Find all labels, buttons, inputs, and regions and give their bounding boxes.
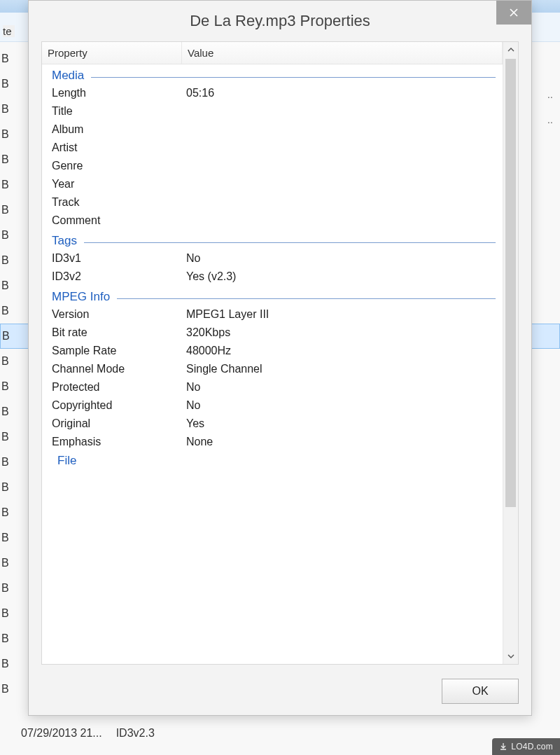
table-row[interactable]: Year bbox=[42, 175, 503, 193]
table-row[interactable]: Length05:16 bbox=[42, 84, 503, 102]
property-value bbox=[186, 160, 503, 172]
property-value: 48000Hz bbox=[186, 345, 503, 357]
bg-ellipsis: .. bbox=[547, 113, 553, 125]
close-icon bbox=[510, 8, 518, 17]
dialog-titlebar: De La Rey.mp3 Properties bbox=[29, 1, 531, 41]
section-title: Media bbox=[52, 69, 84, 83]
download-icon bbox=[499, 742, 507, 751]
property-value: MPEG1 Layer III bbox=[186, 308, 503, 321]
table-row[interactable]: Channel ModeSingle Channel bbox=[42, 360, 503, 378]
property-name: Album bbox=[49, 123, 186, 136]
section-divider bbox=[91, 77, 496, 78]
property-name: Original bbox=[49, 417, 186, 430]
scrollbar-thumb[interactable] bbox=[505, 59, 516, 507]
watermark-text: LO4D.com bbox=[511, 742, 553, 751]
property-value bbox=[186, 214, 503, 227]
background-bottom-row: 07/29/2013 21... ID3v2.3 bbox=[21, 727, 155, 740]
table-row[interactable]: Artist bbox=[42, 139, 503, 157]
property-name: Artist bbox=[49, 141, 186, 154]
bg-tag-text: ID3v2.3 bbox=[116, 727, 155, 740]
table-row[interactable]: Bit rate320Kbps bbox=[42, 324, 503, 342]
property-name: Comment bbox=[49, 214, 186, 227]
property-name: Sample Rate bbox=[49, 345, 186, 357]
property-name: Length bbox=[49, 87, 186, 99]
section-header: MPEG Info bbox=[42, 286, 503, 305]
property-value: Yes bbox=[186, 417, 503, 430]
property-value: 320Kbps bbox=[186, 326, 503, 339]
table-row[interactable]: CopyrightedNo bbox=[42, 396, 503, 415]
property-name: Channel Mode bbox=[49, 363, 186, 375]
property-name: Protected bbox=[49, 381, 186, 394]
property-name: Copyrighted bbox=[49, 399, 186, 412]
section-divider bbox=[84, 242, 496, 243]
table-row[interactable]: Genre bbox=[42, 157, 503, 175]
section-divider bbox=[117, 298, 496, 299]
bg-ellipsis: .. bbox=[547, 88, 553, 100]
property-name: Year bbox=[49, 178, 186, 191]
column-header-value[interactable]: Value bbox=[182, 42, 503, 64]
section-title: MPEG Info bbox=[52, 290, 110, 304]
section-header: Media bbox=[42, 64, 503, 84]
table-row[interactable]: Title bbox=[42, 102, 503, 120]
properties-dialog: De La Rey.mp3 Properties Property Value … bbox=[28, 0, 532, 716]
table-header: Property Value bbox=[42, 42, 503, 64]
property-value: 05:16 bbox=[186, 87, 503, 99]
property-name: Version bbox=[49, 308, 186, 321]
dialog-footer: OK bbox=[29, 672, 531, 715]
table-row[interactable]: ProtectedNo bbox=[42, 378, 503, 396]
property-value: No bbox=[186, 381, 503, 394]
property-value bbox=[186, 105, 503, 118]
table-row[interactable]: ID3v1No bbox=[42, 249, 503, 268]
table-content: MediaLength05:16TitleAlbumArtistGenreYea… bbox=[42, 64, 503, 471]
table-row[interactable]: Track bbox=[42, 193, 503, 212]
column-header-property[interactable]: Property bbox=[42, 42, 182, 64]
close-button[interactable] bbox=[496, 1, 531, 25]
table-row[interactable]: ID3v2Yes (v2.3) bbox=[42, 268, 503, 286]
property-name: Track bbox=[49, 196, 186, 209]
property-value bbox=[186, 141, 503, 154]
property-name: Bit rate bbox=[49, 326, 186, 339]
property-value bbox=[186, 196, 503, 209]
table-row[interactable]: EmphasisNone bbox=[42, 433, 503, 451]
table-row[interactable]: OriginalYes bbox=[42, 415, 503, 433]
dialog-body: Property Value MediaLength05:16TitleAlbu… bbox=[41, 41, 519, 665]
scroll-down-button[interactable] bbox=[503, 649, 518, 664]
property-value: Single Channel bbox=[186, 363, 503, 375]
section-header: Tags bbox=[42, 230, 503, 249]
chevron-up-icon bbox=[507, 46, 514, 53]
property-name: Genre bbox=[49, 160, 186, 172]
properties-table: Property Value MediaLength05:16TitleAlbu… bbox=[42, 42, 503, 664]
property-value bbox=[186, 123, 503, 136]
watermark: LO4D.com bbox=[492, 738, 560, 755]
table-row[interactable]: VersionMPEG1 Layer III bbox=[42, 305, 503, 324]
property-value: No bbox=[186, 252, 503, 265]
dialog-title-text: De La Rey.mp3 Properties bbox=[190, 12, 370, 30]
property-value: None bbox=[186, 436, 503, 448]
bg-column-header-fragment: te bbox=[3, 25, 15, 37]
table-row[interactable]: Sample Rate48000Hz bbox=[42, 342, 503, 360]
section-header-partial: File bbox=[42, 451, 503, 468]
section-title: Tags bbox=[52, 234, 77, 248]
property-name: Title bbox=[49, 105, 186, 118]
ok-button[interactable]: OK bbox=[442, 679, 519, 704]
property-name: Emphasis bbox=[49, 436, 186, 448]
property-name: ID3v1 bbox=[49, 252, 186, 265]
chevron-down-icon bbox=[507, 653, 514, 660]
table-row[interactable]: Album bbox=[42, 120, 503, 139]
vertical-scrollbar[interactable] bbox=[503, 42, 518, 664]
property-name: ID3v2 bbox=[49, 270, 186, 283]
property-value: No bbox=[186, 399, 503, 412]
property-value bbox=[186, 178, 503, 191]
table-row[interactable]: Comment bbox=[42, 212, 503, 230]
property-value: Yes (v2.3) bbox=[186, 270, 503, 283]
bg-date-text: 07/29/2013 21... bbox=[21, 727, 102, 740]
scroll-up-button[interactable] bbox=[503, 42, 518, 57]
